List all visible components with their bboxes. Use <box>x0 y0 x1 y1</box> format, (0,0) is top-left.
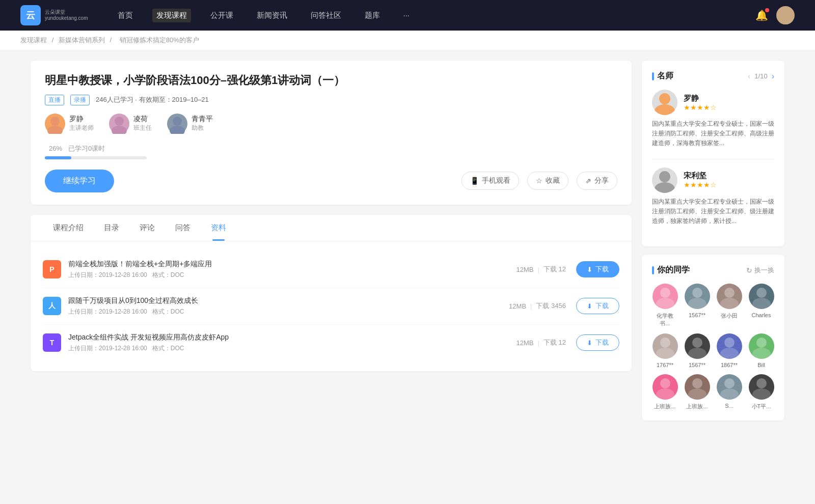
classmate-7[interactable]: Bill <box>748 333 774 368</box>
bell-icon[interactable]: 🔔 <box>755 9 768 21</box>
teachers-page: 1/10 <box>754 72 767 80</box>
res-stats-1: 12MB | 下载 3456 <box>509 301 566 311</box>
mobile-watch-button[interactable]: 📱 手机观看 <box>461 172 519 190</box>
mobile-icon: 📱 <box>470 177 479 185</box>
svg-point-23 <box>688 348 707 359</box>
classmate-avatar-0 <box>653 284 678 309</box>
instructor-avatar-0 <box>45 114 65 134</box>
tab-catalog[interactable]: 目录 <box>94 215 129 241</box>
divider <box>652 159 774 159</box>
classmates-grid: 化学教书... 1567** 张小田 Charles 1767** 1567**… <box>652 284 774 410</box>
left-panel: 明星中教授课，小学阶段语法100分–强化级第1讲动词（一） 直播 录播 246人… <box>31 61 632 429</box>
switch-icon: ↻ <box>746 266 752 274</box>
classmate-name-6: 1867** <box>721 362 738 368</box>
res-icon-0: P <box>43 260 61 278</box>
classmate-9[interactable]: 上班族... <box>684 374 710 410</box>
teacher-desc-1: 国内某重点大学安全工程专业硕士，国家一级注册消防工程师、注册安全工程师、级注册建… <box>652 197 774 227</box>
share-button[interactable]: ⇗ 分享 <box>577 172 617 190</box>
nav-public[interactable]: 公开课 <box>206 9 237 22</box>
svg-point-28 <box>660 378 670 388</box>
notification-dot <box>765 8 769 12</box>
instructor-2: 青青平 助教 <box>167 114 213 134</box>
classmate-4[interactable]: 1767** <box>652 333 678 368</box>
tab-resource[interactable]: 资料 <box>201 215 236 241</box>
svg-point-7 <box>170 126 185 134</box>
teacher-header-0: 罗静 ★★★★☆ <box>652 90 774 115</box>
classmate-avatar-4 <box>653 333 678 359</box>
svg-point-34 <box>756 378 767 388</box>
teachers-prev-arrow[interactable]: ‹ <box>748 72 750 81</box>
svg-point-21 <box>656 348 674 359</box>
download-button-2[interactable]: ⬇ 下载 <box>576 334 619 351</box>
classmate-3[interactable]: Charles <box>748 284 774 327</box>
download-button-1[interactable]: ⬇ 下载 <box>576 298 619 314</box>
svg-point-4 <box>115 117 124 126</box>
classmate-avatar-2 <box>717 284 742 309</box>
main-nav: 首页 发现课程 公开课 新闻资讯 问答社区 题库 ··· <box>114 9 740 22</box>
progress-text: 26% 已学习0课时 <box>45 144 617 153</box>
breadcrumb-link-1[interactable]: 新媒体营销系列 <box>59 36 105 44</box>
breadcrumb-link-0[interactable]: 发现课程 <box>20 36 47 44</box>
course-card: 明星中教授课，小学阶段语法100分–强化级第1讲动词（一） 直播 录播 246人… <box>31 61 632 205</box>
svg-point-0 <box>781 9 790 17</box>
res-info-0: 前端全栈加强版！前端全栈+全周期+多端应用 上传日期：2019-12-28 16… <box>68 260 517 279</box>
svg-point-18 <box>756 288 767 298</box>
svg-point-31 <box>688 388 707 400</box>
share-icon: ⇗ <box>585 177 591 185</box>
logo[interactable]: 云 云朵课堂 yundouketang.com <box>20 5 88 25</box>
teacher-avatar-1 <box>652 167 677 193</box>
teachers-next-arrow[interactable]: › <box>772 72 774 81</box>
tab-content-resource: P 前端全栈加强版！前端全栈+全周期+多端应用 上传日期：2019-12-28 … <box>31 241 632 371</box>
classmate-0[interactable]: 化学教书... <box>652 284 678 327</box>
tab-qa[interactable]: 问答 <box>165 215 201 241</box>
res-stats-2: 12MB | 下载 12 <box>517 338 566 347</box>
classmate-10[interactable]: S... <box>716 374 742 410</box>
logo-icon: 云 <box>20 5 41 25</box>
classmate-5[interactable]: 1567** <box>684 333 710 368</box>
download-button-0[interactable]: ⬇ 下载 <box>576 261 619 277</box>
classmate-name-11: 小T平... <box>752 403 771 410</box>
classmate-name-1: 1567** <box>689 312 705 318</box>
continue-button[interactable]: 继续学习 <box>45 170 114 192</box>
instructor-name-2: 青青平 <box>192 115 213 124</box>
resource-item-0: P 前端全栈加强版！前端全栈+全周期+多端应用 上传日期：2019-12-28 … <box>43 251 619 288</box>
classmate-name-3: Charles <box>752 312 771 318</box>
res-icon-2: T <box>43 333 61 352</box>
teacher-stars-1: ★★★★☆ <box>684 181 717 189</box>
instructor-role-1: 班主任 <box>133 124 152 132</box>
collect-label: 收藏 <box>546 176 560 185</box>
nav-home[interactable]: 首页 <box>114 9 137 22</box>
svg-point-24 <box>724 338 735 348</box>
classmate-2[interactable]: 张小田 <box>716 284 742 327</box>
tag-record: 录播 <box>70 95 90 105</box>
switch-button[interactable]: ↻ 换一换 <box>746 266 774 275</box>
collect-button[interactable]: ☆ 收藏 <box>527 172 568 190</box>
user-avatar[interactable] <box>776 6 795 24</box>
svg-point-5 <box>112 126 127 134</box>
nav-quiz[interactable]: 题库 <box>361 9 384 22</box>
classmate-8[interactable]: 上班族... <box>652 374 678 410</box>
classmate-avatar-7 <box>749 333 774 359</box>
svg-point-12 <box>660 288 670 298</box>
classmate-6[interactable]: 1867** <box>716 333 742 368</box>
svg-point-9 <box>655 104 675 115</box>
nav-qa[interactable]: 问答社区 <box>307 9 345 22</box>
nav-news[interactable]: 新闻资讯 <box>253 9 291 22</box>
teacher-avatar-0 <box>652 90 677 115</box>
instructor-0: 罗静 主讲老师 <box>45 114 94 134</box>
svg-point-17 <box>720 298 739 309</box>
right-panel: 名师 ‹ 1/10 › 罗静 ★★★★☆ <box>642 61 784 429</box>
tab-review[interactable]: 评论 <box>129 215 165 241</box>
svg-point-10 <box>659 171 670 182</box>
teachers-widget: 名师 ‹ 1/10 › 罗静 ★★★★☆ <box>642 61 784 246</box>
tab-intro[interactable]: 课程介绍 <box>43 215 94 241</box>
course-meta-text: 246人已学习 · 有效期至：2019–10–21 <box>96 95 209 104</box>
instructor-name-0: 罗静 <box>69 115 94 124</box>
classmate-name-2: 张小田 <box>721 312 738 320</box>
classmate-1[interactable]: 1567** <box>684 284 710 327</box>
nav-discover[interactable]: 发现课程 <box>152 9 191 22</box>
classmate-11[interactable]: 小T平... <box>748 374 774 410</box>
nav-more[interactable]: ··· <box>399 9 414 22</box>
classmate-avatar-5 <box>685 333 710 359</box>
logo-text: 云朵课堂 yundouketang.com <box>45 9 88 21</box>
